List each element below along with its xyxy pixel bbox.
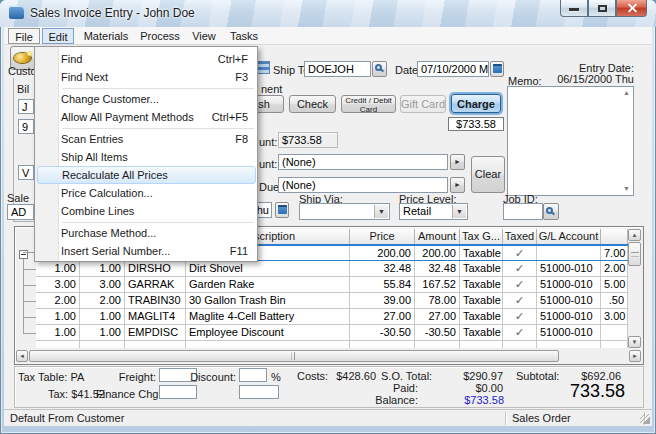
cell-description[interactable]: Dirt Shovel (186, 261, 350, 276)
ship-to-lookup-button[interactable] (372, 61, 387, 77)
due-field[interactable]: (None) (278, 177, 448, 193)
menu-file[interactable]: File (8, 28, 40, 44)
cell-extra[interactable]: 7.00 (601, 246, 628, 260)
cell-description[interactable]: Employee Discount (186, 325, 350, 340)
maximize-button[interactable] (588, 0, 616, 17)
cell-tax_group[interactable]: Taxable (460, 277, 503, 292)
resize-grip[interactable] (640, 414, 650, 424)
table-row[interactable]: 3.003.00GARRAKGarden Rake55.84167.52Taxa… (36, 277, 628, 293)
charge-button[interactable]: Charge (451, 94, 501, 113)
cell-item[interactable]: DIRSHO (125, 261, 186, 276)
cell-gl_account[interactable]: 51000-010 (537, 261, 601, 276)
cell-gl_account[interactable]: 51000-010 (537, 277, 601, 292)
memo-scroll-up-icon[interactable]: ▲ (622, 89, 631, 96)
cell-qty_ordered[interactable]: 2.00 (36, 293, 80, 308)
menu-process[interactable]: Process (136, 28, 184, 44)
grid-scroll-down-button[interactable]: ▼ (628, 336, 641, 348)
cell-gl_account[interactable]: 51000-010 (537, 309, 601, 324)
cell-price[interactable]: -30.50 (350, 325, 415, 340)
menu-materials[interactable]: Materials (78, 28, 134, 44)
menu-tasks[interactable]: Tasks (224, 28, 264, 44)
cell-qty_ordered[interactable]: 1.00 (36, 325, 80, 340)
discount-amount-input[interactable] (239, 385, 279, 399)
grid-header-amount[interactable]: Amount (415, 229, 460, 245)
grid-header-col9[interactable] (601, 229, 628, 245)
cell-item[interactable]: MAGLIT4 (125, 309, 186, 324)
cell-price[interactable]: 27.00 (350, 309, 415, 324)
ship-via-dropdown[interactable]: ▼ (299, 203, 390, 220)
cell-extra[interactable] (601, 325, 628, 340)
cell-amount[interactable]: 167.52 (415, 277, 460, 292)
discount-input[interactable] (239, 368, 267, 382)
grid-header-taxed[interactable]: Taxed (503, 229, 537, 245)
grid-header-price[interactable]: Price (350, 229, 415, 245)
menu-item-find-next[interactable]: Find NextF3 (37, 68, 256, 86)
cell-tax_group[interactable]: Taxable (460, 293, 503, 308)
check-button[interactable]: Check (289, 95, 336, 113)
cell-description[interactable]: 30 Gallon Trash Bin (186, 293, 350, 308)
cell-tax_group[interactable]: Taxable (460, 309, 503, 324)
minimize-button[interactable] (560, 0, 588, 17)
cell-description[interactable]: Maglite 4-Cell Battery (186, 309, 350, 324)
finance-chg-input[interactable] (159, 385, 197, 399)
cell-extra[interactable]: 3.00 (601, 309, 628, 324)
menu-item-price-calculation[interactable]: Price Calculation... (37, 184, 256, 202)
job-id-input[interactable] (503, 203, 543, 220)
menu-item-allow-all-payment-methods[interactable]: Allow All Payment MethodsCtrl+F5 (37, 108, 256, 126)
cell-gl_account[interactable]: 51000-010 (537, 325, 601, 340)
date-calendar-button[interactable] (490, 61, 504, 77)
bill-field-fragment-2[interactable]: 9 (18, 119, 34, 134)
gift-card-button[interactable]: Gift Card (400, 95, 446, 113)
cell-amount[interactable]: 32.48 (415, 261, 460, 276)
cell-price[interactable]: 55.84 (350, 277, 415, 292)
cell-gl_account[interactable]: 51000-010 (537, 293, 601, 308)
date-input[interactable]: 07/10/2000 Mon (417, 61, 489, 77)
grid-scroll-left-button[interactable]: ◄ (16, 350, 28, 362)
cell-price[interactable]: 32.48 (350, 261, 415, 276)
cell-extra[interactable]: .50 (601, 293, 628, 308)
clear-button[interactable]: Clear (471, 156, 505, 193)
menu-item-ship-all-items[interactable]: Ship All Items (37, 148, 256, 166)
cell-taxed[interactable]: ✓ (503, 246, 537, 260)
table-row[interactable]: 2.002.00TRABIN3030 Gallon Trash Bin39.00… (36, 293, 628, 309)
cell-taxed[interactable]: ✓ (503, 277, 537, 292)
grid-scroll-up-button[interactable]: ▲ (628, 229, 641, 241)
cell-item[interactable]: TRABIN30 (125, 293, 186, 308)
ship-to-input[interactable]: DOEJOH (304, 61, 371, 77)
cell-item[interactable]: GARRAK (125, 277, 186, 292)
menu-view[interactable]: View (186, 28, 222, 44)
menu-item-scan-entries[interactable]: Scan EntriesF8 (37, 130, 256, 148)
cell-extra[interactable]: 2.00 (601, 261, 628, 276)
job-id-lookup-button[interactable] (543, 203, 559, 220)
cell-price[interactable]: 200.00 (350, 246, 415, 260)
bill-field-fragment-3[interactable]: V (18, 165, 34, 180)
table-row[interactable]: 1.001.00MAGLIT4Maglite 4-Cell Battery27.… (36, 309, 628, 325)
table-row[interactable]: 1.001.00EMPDISCEmployee Discount-30.50-3… (36, 325, 628, 341)
grid-pattern-icon[interactable] (257, 61, 270, 74)
due-expand-button[interactable]: ► (450, 177, 465, 193)
cell-gl_account[interactable] (537, 246, 601, 260)
menu-item-find[interactable]: FindCtrl+F (37, 50, 256, 68)
cell-extra[interactable]: 5.00 (601, 277, 628, 292)
menu-edit[interactable]: Edit (42, 28, 74, 44)
menu-item-combine-lines[interactable]: Combine Lines (37, 202, 256, 220)
cell-taxed[interactable]: ✓ (503, 309, 537, 324)
cell-qty_ordered[interactable]: 1.00 (36, 309, 80, 324)
cell-tax_group[interactable]: Taxable (460, 261, 503, 276)
menu-item-change-customer[interactable]: Change Customer... (37, 90, 256, 108)
cell-amount[interactable]: 200.00 (415, 246, 460, 260)
cell-qty_shipped[interactable]: 1.00 (80, 309, 125, 324)
account-field[interactable]: (None) (278, 154, 448, 170)
grid-hscroll-thumb[interactable] (29, 350, 559, 362)
cell-taxed[interactable]: ✓ (503, 261, 537, 276)
cell-qty_ordered[interactable]: 3.00 (36, 277, 80, 292)
credit-debit-card-button[interactable]: Credit / Debit Card (341, 95, 396, 113)
title-bar[interactable]: Sales Invoice Entry - John Doe (0, 0, 656, 27)
bill-to-tab-fragment[interactable]: Bil (17, 83, 29, 95)
price-level-dropdown[interactable]: Retail▼ (399, 203, 468, 220)
cell-tax_group[interactable]: Taxable (460, 246, 503, 260)
account-expand-button[interactable]: ► (450, 154, 465, 170)
table-row[interactable]: 1.001.00DIRSHODirt Shovel32.4832.48Taxab… (36, 261, 628, 277)
cell-item[interactable]: EMPDISC (125, 325, 186, 340)
memo-textarea[interactable] (507, 86, 634, 196)
